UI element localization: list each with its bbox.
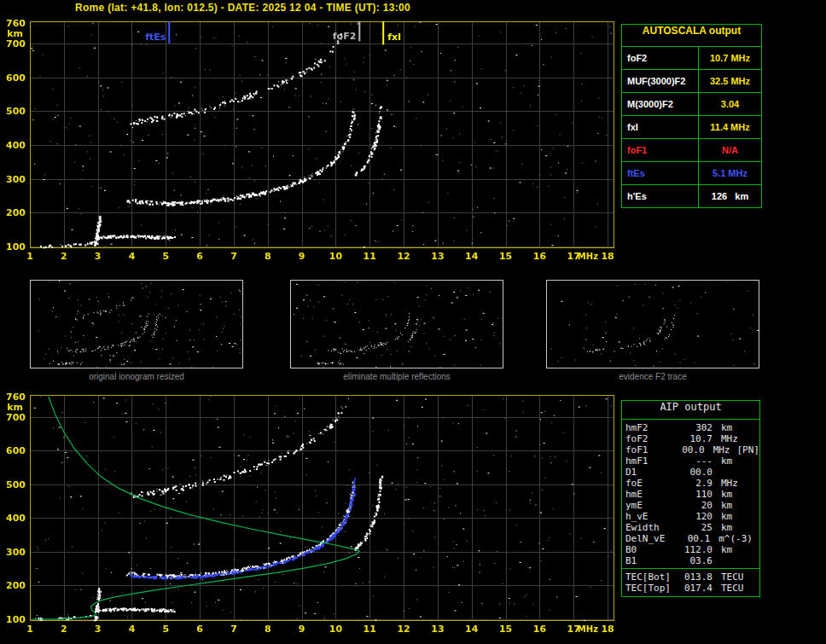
thumbnail-f2-trace: [546, 280, 759, 368]
param-unit: TECU: [713, 583, 744, 594]
param-value: 5.1 MHz: [698, 162, 761, 184]
param-label: fxI: [622, 116, 698, 138]
param-unit: [713, 555, 721, 566]
table-row: D1 00.0: [625, 467, 759, 478]
thumbnail-caption: eliminate multiple reflections: [290, 372, 503, 381]
table-row: fxI 11.4 MHz: [622, 115, 761, 138]
param-unit: TECU: [713, 571, 744, 583]
param-value: 25: [678, 522, 713, 533]
table-row: foF1 00.0 MHz [PN]: [625, 444, 759, 455]
param-value: 10.7 MHz: [698, 47, 761, 69]
param-note: [732, 489, 739, 500]
param-unit: [713, 467, 721, 478]
param-value: 20: [678, 500, 713, 511]
param-note: [732, 455, 739, 467]
param-unit: km: [713, 422, 732, 433]
table-row: ftEs 5.1 MHz: [622, 161, 761, 184]
aip-output-table: AIP output hmF2 302 km foF2 10.7 MHz foF…: [621, 400, 760, 597]
param-value: 302: [678, 422, 713, 433]
param-value: 110: [678, 489, 713, 500]
param-name: TEC[Top]: [625, 583, 678, 594]
table-row: hmF2 302 km: [625, 422, 759, 433]
param-name: DelN_vE: [625, 533, 677, 544]
autoscala-output-table: AUTOSCALA output foF2 10.7 MHz MUF(3000)…: [621, 24, 762, 208]
param-name: h_vE: [625, 511, 678, 522]
param-note: [738, 478, 745, 489]
table-row: MUF(3000)F2 32.5 MHz: [622, 69, 761, 92]
param-value: 017.4: [678, 583, 713, 594]
param-name: Ewidth: [625, 522, 678, 533]
param-note: [732, 511, 739, 522]
param-note: [732, 500, 739, 511]
thumbnail-original-canvas: [31, 281, 242, 368]
table-row: foF2 10.7 MHz: [625, 433, 759, 444]
autoscala-table-title: AUTOSCALA output: [622, 25, 761, 46]
param-name: foF2: [625, 433, 678, 444]
param-value: 10.7: [678, 433, 713, 444]
param-value: 120: [678, 511, 713, 522]
thumbnail-multiple-reflections: [290, 280, 503, 368]
table-row: ymE 20 km: [625, 500, 759, 511]
page-title: Rome (lat: +41.8, lon: 012.5) - DATE: 20…: [75, 2, 410, 14]
table-row: B1 03.6: [625, 555, 759, 566]
param-value: N/A: [698, 139, 761, 161]
param-name: hmF1: [625, 455, 678, 467]
param-label: M(3000)F2: [622, 93, 698, 115]
param-value: ---: [678, 455, 713, 467]
param-unit: km: [713, 500, 732, 511]
param-name: foF1: [625, 444, 673, 455]
param-value: 2.9: [678, 478, 713, 489]
param-value: 11.4 MHz: [698, 116, 761, 138]
param-unit: km: [713, 544, 732, 555]
param-note: [721, 555, 728, 566]
param-unit: km: [713, 489, 732, 500]
param-unit: MHz: [713, 478, 738, 489]
table-row: TEC[Top] 017.4 TECU: [625, 583, 759, 594]
table-row: h'Es 126 km: [622, 184, 761, 207]
bottom-ionogram-plot: [0, 388, 627, 644]
param-name: hmF2: [625, 422, 678, 433]
table-row: TEC[Bot] 013.8 TECU: [625, 571, 759, 583]
param-value: 00.0: [673, 444, 704, 455]
param-unit: km: [713, 511, 732, 522]
thumbnail-caption: original ionogram resized: [30, 372, 243, 381]
param-note: [738, 433, 745, 444]
param-unit: km: [713, 522, 732, 533]
thumbnail-original-ionogram: [30, 280, 243, 368]
param-note: [732, 522, 739, 533]
param-value: 00.0: [678, 467, 713, 478]
table-row: foF1 N/A: [622, 138, 761, 161]
param-value: 126 km: [698, 185, 761, 207]
param-note: [732, 422, 739, 433]
param-name: hmE: [625, 489, 678, 500]
param-label: ftEs: [622, 162, 698, 184]
autoscala-screen: Rome (lat: +41.8, lon: 012.5) - DATE: 20…: [0, 0, 826, 644]
param-value: 112.0: [678, 544, 713, 555]
param-label: foF2: [622, 47, 698, 69]
param-name: D1: [625, 467, 678, 478]
param-name: B0: [625, 544, 678, 555]
param-label: foF1: [622, 139, 698, 161]
thumbnail-multiple-reflections-canvas: [291, 281, 503, 368]
param-unit: MHz: [705, 444, 730, 455]
table-row: h_vE 120 km: [625, 511, 759, 522]
thumbnail-f2-trace-canvas: [547, 281, 759, 368]
table-row: hmE 110 km: [625, 489, 759, 500]
thumbnail-caption: evidence F2 trace: [546, 372, 759, 381]
param-name: ymE: [625, 500, 678, 511]
param-note: [721, 467, 728, 478]
table-row: Ewidth 25 km: [625, 522, 759, 533]
param-value: 3.04: [698, 93, 761, 115]
param-label: h'Es: [622, 185, 698, 207]
table-row: M(3000)F2 3.04: [622, 92, 761, 115]
param-unit: MHz: [713, 433, 738, 444]
aip-table-title: AIP output: [622, 401, 759, 420]
param-value: 013.8: [678, 571, 713, 583]
table-row: foE 2.9 MHz: [625, 478, 759, 489]
param-name: B1: [625, 555, 678, 566]
table-row: hmF1 --- km: [625, 455, 759, 467]
param-value: 00.1: [677, 533, 710, 544]
param-unit: km: [713, 455, 732, 467]
param-name: foE: [625, 478, 678, 489]
param-note: [753, 533, 759, 544]
